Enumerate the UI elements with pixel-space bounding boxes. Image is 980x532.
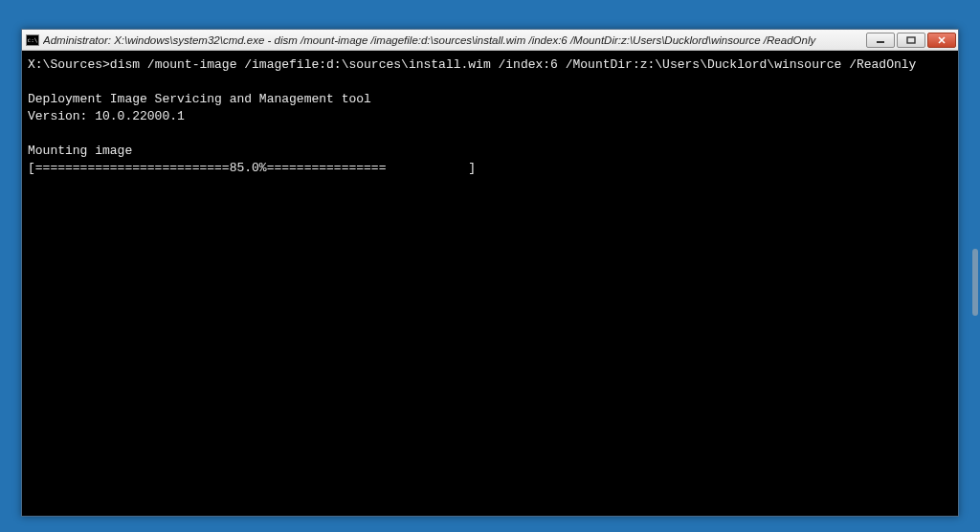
minimize-icon bbox=[876, 36, 885, 44]
status-line: Mounting image bbox=[28, 144, 132, 158]
prompt: X:\Sources> bbox=[28, 57, 110, 72]
version-line: Version: 10.0.22000.1 bbox=[28, 109, 185, 123]
maximize-button[interactable] bbox=[897, 33, 925, 48]
desktop-background: Administrator: X:\windows\system32\cmd.e… bbox=[0, 0, 980, 532]
cmd-icon bbox=[26, 34, 39, 46]
page-scrollbar-thumb[interactable] bbox=[972, 249, 978, 316]
window-title: Administrator: X:\windows\system32\cmd.e… bbox=[43, 34, 862, 46]
command-text: dism /mount-image /imagefile:d:\sources\… bbox=[110, 57, 917, 72]
titlebar[interactable]: Administrator: X:\windows\system32\cmd.e… bbox=[22, 30, 958, 51]
tool-heading: Deployment Image Servicing and Managemen… bbox=[28, 92, 371, 106]
window-buttons bbox=[866, 33, 956, 48]
console-area[interactable]: X:\Sources>dism /mount-image /imagefile:… bbox=[26, 55, 954, 512]
progress-bar-text: [==========================85.0%========… bbox=[28, 161, 476, 175]
maximize-icon bbox=[906, 36, 916, 44]
svg-rect-0 bbox=[877, 41, 884, 43]
close-icon bbox=[937, 36, 947, 44]
minimize-button[interactable] bbox=[866, 33, 895, 48]
cmd-window: Administrator: X:\windows\system32\cmd.e… bbox=[21, 29, 959, 517]
close-button[interactable] bbox=[927, 33, 956, 48]
svg-rect-1 bbox=[907, 37, 915, 43]
